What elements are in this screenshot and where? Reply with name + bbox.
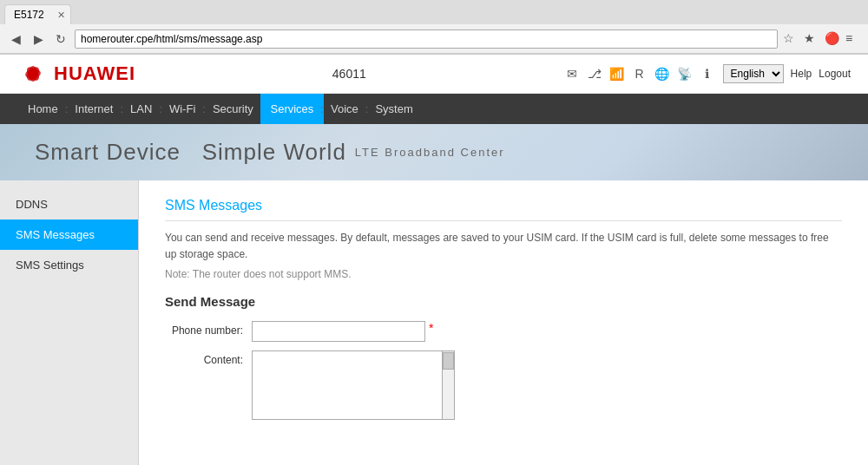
content-textarea[interactable] — [252, 350, 443, 420]
wifi-icon: 📡 — [676, 66, 694, 82]
address-bar: ◀ ▶ ↻ ☆ ★ 🔴 ≡ — [0, 24, 868, 54]
menu-icon[interactable]: ≡ — [845, 31, 861, 47]
sidebar-item-sms-settings[interactable]: SMS Settings — [0, 250, 138, 280]
language-select[interactable]: English — [723, 64, 784, 83]
browser-tab[interactable]: E5172 ✕ — [4, 4, 71, 24]
scrollbar-thumb[interactable] — [443, 352, 454, 370]
content-textarea-wrapper — [252, 350, 455, 420]
status-icons: ✉ ⎇ 📶 R 🌐 📡 ℹ — [563, 66, 716, 82]
info-icon: ℹ — [699, 66, 716, 82]
logout-link[interactable]: Logout — [819, 68, 851, 80]
browser-icons: ☆ ★ 🔴 ≡ — [783, 31, 861, 47]
star-icon[interactable]: ☆ — [783, 31, 799, 47]
tab-title: E5172 — [14, 9, 44, 21]
back-button[interactable]: ◀ — [7, 30, 24, 48]
content-wrapper: DDNS SMS Messages SMS Settings SMS Messa… — [0, 180, 868, 465]
usb-icon: ⎇ — [586, 66, 603, 82]
url-input[interactable] — [75, 29, 778, 49]
banner-text2: Simple World — [202, 139, 346, 165]
banner-text1: Smart Device — [35, 139, 181, 165]
phone-number-row: Phone number: * — [165, 321, 842, 342]
tab-close-button[interactable]: ✕ — [57, 10, 65, 21]
banner-subtext: LTE Broadband Center — [355, 146, 505, 159]
header-right: ✉ ⎇ 📶 R 🌐 📡 ℹ English Help Logout — [563, 64, 851, 83]
sidebar: DDNS SMS Messages SMS Settings — [0, 180, 139, 465]
logo-text: HUAWEI — [54, 62, 135, 85]
roaming-icon: R — [631, 66, 648, 82]
send-section-title: Send Message — [165, 294, 842, 309]
network-icon: 🌐 — [654, 66, 671, 82]
nav-security[interactable]: Security — [202, 94, 264, 124]
nav-home[interactable]: Home — [17, 94, 69, 124]
forward-button[interactable]: ▶ — [30, 30, 47, 48]
banner-text: Smart Device Simple World — [35, 139, 346, 166]
required-star: * — [429, 321, 433, 335]
note-text: Note: The router does not support MMS. — [165, 268, 842, 280]
huawei-logo-icon — [17, 62, 49, 86]
huawei-logo: HUAWEI — [17, 62, 135, 86]
nav-services[interactable]: Services — [260, 94, 325, 124]
section-title: SMS Messages — [165, 198, 842, 221]
content-label: Content: — [165, 350, 252, 366]
banner: Smart Device Simple World LTE Broadband … — [0, 124, 868, 180]
center-number: 46011 — [332, 67, 366, 81]
phone-input[interactable] — [252, 321, 425, 342]
phone-label: Phone number: — [165, 321, 252, 337]
tab-bar: E5172 ✕ — [0, 0, 868, 24]
sidebar-item-sms-messages[interactable]: SMS Messages — [0, 219, 138, 250]
main-content: SMS Messages You can send and receive me… — [139, 180, 868, 465]
main-nav: Home : Internet : LAN : Wi-Fi : Security… — [0, 94, 868, 124]
nav-lan[interactable]: LAN — [120, 94, 162, 124]
page: HUAWEI 46011 ✉ ⎇ 📶 R 🌐 📡 ℹ English Help … — [0, 55, 868, 465]
refresh-button[interactable]: ↻ — [52, 30, 69, 48]
nav-system[interactable]: System — [365, 94, 423, 124]
site-header: HUAWEI 46011 ✉ ⎇ 📶 R 🌐 📡 ℹ English Help … — [0, 55, 868, 94]
nav-wifi[interactable]: Wi-Fi — [159, 94, 206, 124]
huawei-browser-icon: 🔴 — [825, 31, 840, 47]
content-row: Content: — [165, 350, 842, 420]
signal-icon: 📶 — [608, 66, 626, 82]
nav-internet[interactable]: Internet — [64, 94, 123, 124]
sidebar-item-ddns[interactable]: DDNS — [0, 189, 138, 219]
star-filled-icon[interactable]: ★ — [804, 31, 819, 47]
mail-icon: ✉ — [563, 66, 581, 82]
scrollbar[interactable] — [443, 350, 455, 420]
browser-chrome: E5172 ✕ ◀ ▶ ↻ ☆ ★ 🔴 ≡ — [0, 0, 868, 55]
info-text: You can send and receive messages. By de… — [165, 230, 842, 263]
help-link[interactable]: Help — [791, 68, 812, 80]
nav-voice[interactable]: Voice — [320, 94, 369, 124]
